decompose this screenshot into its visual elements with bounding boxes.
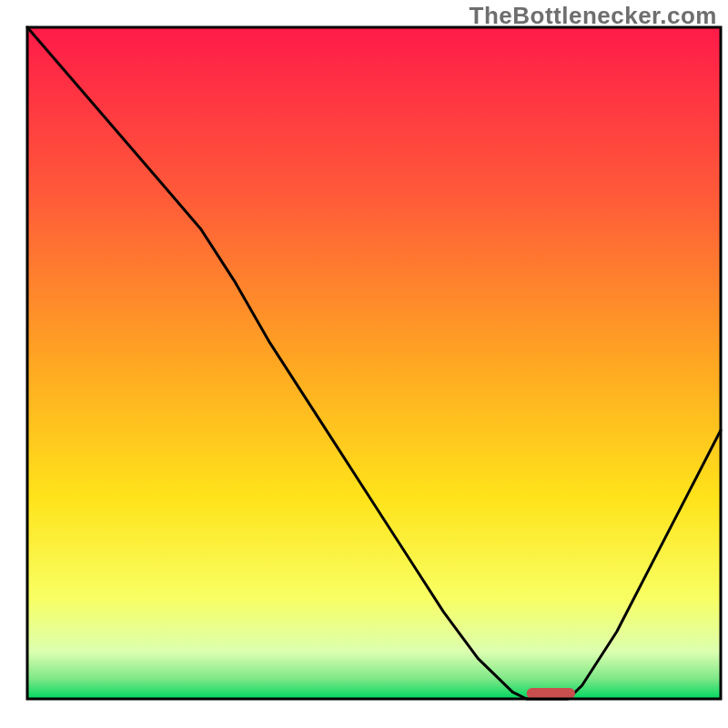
watermark-text: TheBottlenecker.com	[470, 2, 717, 30]
optimal-range-marker	[527, 688, 575, 699]
plot-background	[27, 27, 721, 699]
bottleneck-chart	[0, 0, 728, 728]
chart-container: TheBottlenecker.com	[0, 0, 728, 728]
